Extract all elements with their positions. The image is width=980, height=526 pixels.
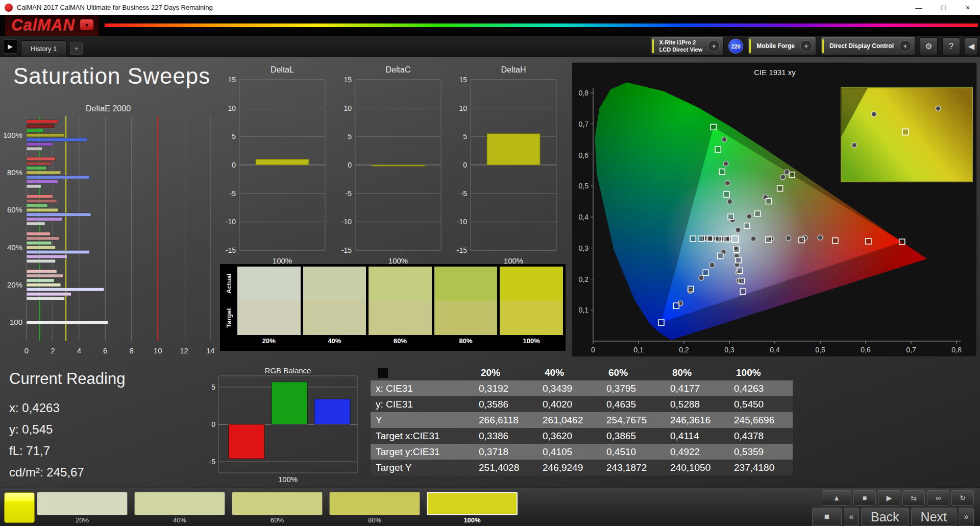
loop-button[interactable]: ↻: [951, 490, 974, 506]
table-cell: 266,6118: [474, 415, 537, 426]
svg-text:100%: 100%: [4, 131, 22, 139]
svg-text:0,3: 0,3: [724, 346, 734, 354]
back-chevron-icon[interactable]: «: [844, 508, 859, 526]
logo-menu-arrow-icon[interactable]: ▼: [80, 19, 93, 30]
svg-text:0: 0: [591, 346, 595, 354]
table-cell: 0,4510: [601, 446, 665, 458]
play-button[interactable]: ▶: [878, 490, 900, 506]
continuous-button[interactable]: ∞: [927, 490, 949, 506]
svg-text:0,2: 0,2: [679, 346, 689, 354]
measurement-table: 20%40%60%80%100%x: CIE310,31920,34390,37…: [371, 365, 793, 475]
level-button-20%[interactable]: 20%: [37, 492, 128, 524]
table-cell: 0,4105: [537, 446, 601, 458]
collapse-panel-button[interactable]: ◀: [965, 37, 978, 55]
gear-icon[interactable]: ⚙: [920, 37, 938, 55]
step-button[interactable]: ⇆: [902, 490, 925, 506]
svg-text:80%: 80%: [7, 168, 22, 177]
swatch-label: 60%: [369, 335, 432, 346]
table-cell: 0,3192: [474, 383, 537, 394]
table-cell: 254,7675: [601, 415, 665, 426]
level-button-40%[interactable]: 40%: [134, 492, 225, 524]
table-cell: 261,0462: [537, 415, 601, 426]
row-label: Target y:CIE31: [371, 446, 474, 458]
target-swatch: [434, 301, 498, 335]
saturation-swatch-strip: Actual Target 20%40%60%80%100%: [220, 264, 566, 351]
stop-all-button[interactable]: ■: [812, 508, 842, 526]
svg-text:0,1: 0,1: [633, 346, 644, 354]
table-cell: 0,5359: [729, 446, 793, 458]
svg-text:0,5: 0,5: [579, 182, 589, 190]
svg-text:-5: -5: [209, 458, 216, 466]
target-row-label: Target: [223, 301, 235, 335]
source-dropdown[interactable]: Mobile Forge ▾: [748, 37, 816, 56]
swatch-label: 40%: [303, 335, 366, 346]
back-button[interactable]: Back: [861, 508, 909, 526]
svg-text:15: 15: [459, 76, 467, 84]
level-label: 40%: [134, 516, 225, 524]
logo-bar: CalMAN ▼: [0, 15, 980, 36]
svg-text:20%: 20%: [7, 280, 22, 289]
prev-tab-button[interactable]: ▶: [3, 39, 17, 54]
svg-text:DeltaC: DeltaC: [386, 65, 411, 74]
page-title: Saturation Sweeps: [13, 63, 210, 89]
maximize-button[interactable]: □: [931, 0, 955, 15]
level-button-60%[interactable]: 60%: [232, 492, 323, 524]
svg-text:10: 10: [459, 104, 467, 112]
main-content: Saturation Sweeps DeltaE 200002468101214…: [0, 57, 980, 488]
saturation-swatch-20%: 20%: [237, 267, 301, 348]
next-button[interactable]: Next: [911, 508, 957, 526]
level-button-100%[interactable]: 100%: [427, 492, 518, 524]
next-chevron-icon[interactable]: »: [959, 508, 974, 526]
table-row: Target Y251,4028246,9249243,1872240,1050…: [371, 460, 793, 475]
add-tab-button[interactable]: +: [70, 42, 83, 55]
titlebar: CalMAN 2017 CalMAN Ultimate for Business…: [0, 0, 980, 15]
cie1931-chart: CIE 1931 xy00,10,20,30,40,50,60,70,80,10…: [572, 62, 977, 357]
svg-text:0,6: 0,6: [579, 151, 589, 159]
level-label: 80%: [329, 516, 420, 524]
expand-button[interactable]: ▲: [822, 490, 851, 506]
deltal-chart: DeltaL151050-5-10-15100%: [221, 64, 327, 268]
svg-text:-10: -10: [457, 218, 467, 226]
meter-dropdown[interactable]: X-Rite i1Pro 2 LCD Direct View ▾: [651, 37, 724, 56]
current-color-button[interactable]: [4, 492, 35, 523]
level-button-80%[interactable]: 80%: [329, 492, 420, 524]
row-label: Target Y: [371, 462, 474, 473]
svg-text:0,6: 0,6: [861, 346, 871, 354]
table-cell: 245,6696: [729, 415, 793, 426]
display-control-dropdown[interactable]: Direct Display Control ▾: [821, 37, 915, 56]
table-cell: 0,4020: [537, 399, 601, 410]
row-label: x: CIE31: [371, 383, 474, 394]
minimize-button[interactable]: —: [906, 0, 931, 15]
help-icon[interactable]: ?: [942, 37, 960, 55]
svg-text:DeltaH: DeltaH: [501, 65, 526, 74]
table-header-cell: 20%: [474, 367, 537, 378]
svg-text:10: 10: [154, 346, 162, 355]
calman-logo[interactable]: CalMAN ▼: [5, 15, 99, 36]
tab-history-1[interactable]: History 1: [21, 40, 66, 57]
table-cell: 0,3795: [601, 383, 665, 394]
svg-text:5: 5: [211, 383, 215, 391]
table-cell: 240,1050: [665, 462, 729, 473]
svg-text:15: 15: [228, 76, 236, 84]
level-swatch: [232, 492, 323, 515]
table-cell: 0,3718: [474, 446, 537, 458]
table-header-cell: 40%: [537, 367, 601, 378]
svg-text:100: 100: [10, 318, 22, 326]
svg-text:5: 5: [232, 132, 236, 140]
meter-accent: [652, 39, 654, 53]
display-accent: [822, 39, 824, 53]
transport-controls: ▲ ■ ▶ ⇆ ∞ ↻ ■ « Back Next »: [812, 490, 974, 526]
svg-text:0: 0: [211, 420, 215, 428]
actual-swatch: [500, 267, 563, 301]
table-cell: 0,5450: [729, 399, 793, 410]
actual-swatch: [237, 267, 301, 301]
saturation-swatch-80%: 80%: [434, 267, 498, 348]
level-swatch: [329, 492, 420, 515]
row-label: y: CIE31: [371, 399, 474, 410]
actual-row-label: Actual: [223, 267, 235, 301]
stop-button[interactable]: ■: [853, 490, 876, 506]
svg-text:DeltaL: DeltaL: [271, 65, 294, 74]
close-button[interactable]: ×: [955, 0, 980, 15]
svg-text:12: 12: [180, 346, 188, 355]
svg-text:-15: -15: [226, 246, 236, 254]
